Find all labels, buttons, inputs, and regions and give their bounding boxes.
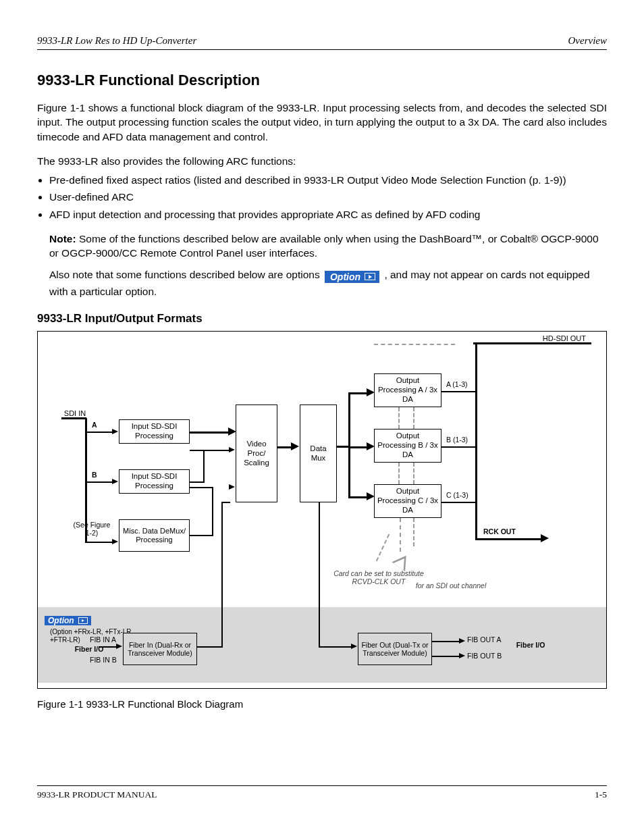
diagram-line (348, 446, 369, 448)
diagram-dashed (398, 463, 400, 484)
diagram-dashed (374, 344, 455, 345)
diagram-dashed (398, 407, 400, 429)
rclk-label: RCK OUT (483, 527, 516, 536)
diagram-line (212, 487, 213, 536)
in-a-label: A (92, 421, 97, 429)
diagram-line (190, 535, 213, 536)
sub-heading: 9933-LR Input/Output Formats (37, 311, 607, 327)
arrow-right-icon (116, 644, 122, 649)
arrow-in-box-icon (78, 617, 88, 624)
diagram-line (432, 656, 460, 657)
chevron-icon (392, 551, 412, 571)
diagram-line (475, 538, 543, 540)
fiber-out-bus: Fiber I/O (510, 641, 551, 649)
diagram-line (61, 417, 86, 419)
block-misc: Misc. Data DeMux/ Processing (119, 519, 190, 552)
bullet-item: Pre-defined fixed aspect ratios (listed … (49, 173, 607, 188)
diagram-line (197, 646, 223, 648)
bullet-intro: The 9933-LR also provides the following … (37, 154, 607, 169)
rclk-note-2: for an SDI out channel (410, 581, 491, 590)
diagram-line (475, 343, 477, 539)
option-badge: Option (45, 616, 91, 625)
arrow-right-icon (351, 644, 357, 649)
diagram-dashed (400, 518, 401, 552)
arrow-right-icon (541, 534, 549, 542)
arrow-right-icon (291, 442, 299, 450)
header-right: Overview (568, 34, 607, 48)
diagram-line (319, 502, 320, 646)
diagram-line (441, 502, 477, 503)
diagram-line (348, 392, 369, 394)
diagram-line (190, 450, 230, 451)
a-out-label: A (1-3) (446, 380, 468, 388)
arrow-right-icon (112, 479, 118, 484)
block-input-b: Input SD-SDI Processing (119, 469, 190, 494)
note-line-2: Also note that some functions described … (49, 267, 607, 298)
diagram-line (348, 392, 350, 497)
option-badge-inline: Option (325, 271, 379, 283)
block-out-c: Output Processing C / 3x DA (374, 484, 441, 518)
diagram-line (473, 342, 591, 344)
figure-caption: Figure 1-1 9933-LR Functional Block Diag… (37, 697, 607, 711)
diagram-line (190, 432, 230, 434)
c-out-label: C (1-3) (446, 491, 468, 499)
arrow-right-icon (112, 539, 118, 544)
diagram-line (432, 641, 460, 642)
sdi-in-label: SDI IN (61, 409, 88, 418)
fib-in-a: FIB IN A (90, 635, 116, 644)
arrow-in-box-icon (365, 273, 375, 280)
footer-left: 9933-LR PRODUCT MANUAL (37, 789, 157, 802)
header-left: 9933-LR Low Res to HD Up-Converter (37, 34, 196, 48)
block-mux: Data Mux (300, 405, 337, 502)
hd-sdi-out-label: HD-SDI OUT (543, 334, 586, 343)
diagram-line (348, 496, 369, 498)
diagram-line (441, 391, 477, 392)
diagram-line (203, 450, 205, 482)
arrow-right-icon (229, 447, 235, 452)
diagram-line (86, 542, 113, 543)
diagram-line (86, 481, 113, 483)
option-badge-text: Option (48, 617, 74, 625)
diagram-dashed (413, 407, 414, 429)
diagram-line (221, 502, 223, 646)
fib-in-b: FIB IN B (90, 656, 117, 664)
diagram-dashed (413, 463, 414, 484)
block-fiber-out: Fiber Out (Dual-Tx or Transceiver Module… (358, 633, 432, 665)
diagram-line (441, 446, 477, 448)
block-fiber-in: Fiber In (Dual-Rx or Transceiver Module) (123, 633, 197, 665)
fib-out-a: FIB OUT A (467, 635, 502, 644)
block-out-b: Output Processing B / 3x DA (374, 429, 441, 463)
diagram-line (86, 432, 113, 433)
section-heading: 9933-LR Functional Description (37, 70, 607, 91)
arrow-right-icon (229, 484, 235, 490)
page-footer: 9933-LR PRODUCT MANUAL 1-5 (37, 785, 607, 802)
block-input-a: Input SD-SDI Processing (119, 419, 190, 444)
note-label: Note: (49, 233, 76, 244)
bullet-item: AFD input detection and processing that … (49, 207, 607, 222)
diagram-line (221, 502, 230, 503)
block-proc: Video Proc/ Scaling (236, 405, 277, 502)
fib-out-b: FIB OUT B (467, 652, 502, 660)
arrow-right-icon (112, 429, 118, 434)
diagram-line (319, 646, 352, 648)
diagram-line (190, 487, 213, 488)
figure-block-diagram: SDI IN A Input SD-SDI Processing B Input… (37, 331, 607, 689)
bullet-list: Pre-defined fixed aspect ratios (listed … (49, 173, 607, 222)
intro-paragraph: Figure 1-1 shows a functional block diag… (37, 101, 607, 145)
page-header: 9933-LR Low Res to HD Up-Converter Overv… (37, 34, 607, 50)
misc-label: (See Figure 1-2) (72, 521, 112, 537)
option-badge-text: Option (330, 272, 360, 282)
diagram-dashed (376, 534, 390, 562)
b-out-label: B (1-3) (446, 436, 468, 444)
footer-right: 1-5 (595, 789, 607, 802)
option-shaded-area: Option (Option +FRx-LR, +FTx-LR, +FTR-LR… (38, 607, 606, 683)
arrow-right-icon (459, 638, 465, 644)
arrow-right-icon (459, 653, 465, 658)
diagram-line (99, 646, 117, 648)
diagram-dashed (413, 518, 414, 546)
note-text: Some of the functions described below ar… (49, 233, 599, 259)
bullet-item: User-defined ARC (49, 190, 607, 205)
in-b-label: B (92, 471, 97, 479)
note-line-1: Note: Some of the functions described be… (49, 232, 607, 261)
diagram-line (190, 481, 205, 483)
